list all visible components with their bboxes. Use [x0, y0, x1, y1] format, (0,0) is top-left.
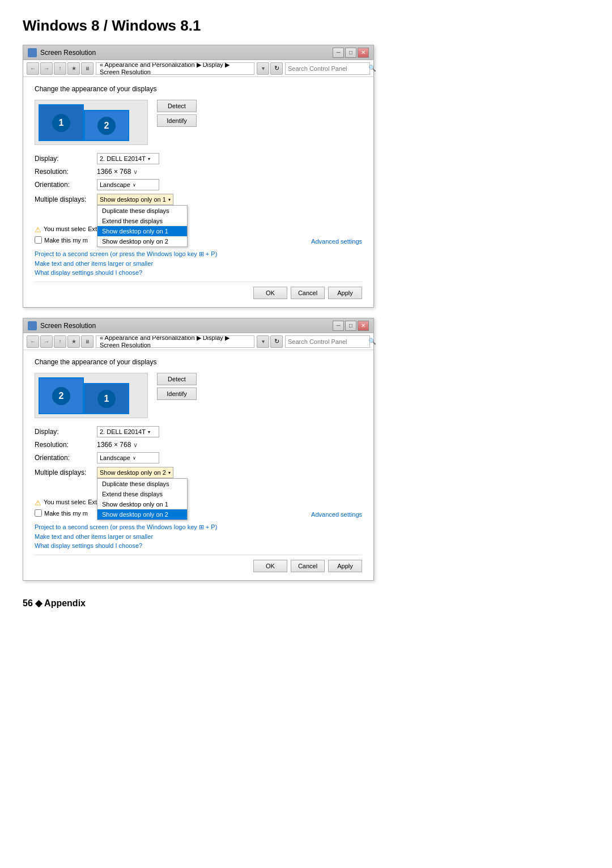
title-bar-buttons-2: ─ □ ✕ — [333, 321, 369, 331]
dropdown-item-1-4[interactable]: Show desktop only on 2 — [97, 236, 187, 246]
detect-button-2[interactable]: Detect — [157, 373, 197, 385]
bottom-buttons-2: OK Cancel Apply — [35, 555, 362, 572]
display-number-2-a: 2 — [52, 387, 70, 405]
display-field-2: Display: 2. DELL E2014T ▾ — [35, 426, 362, 437]
dropdown-menu-1: Duplicate these displays Extend these di… — [97, 205, 188, 247]
minimize-button-2[interactable]: ─ — [333, 321, 344, 331]
multiple-displays-field-2: Multiple displays: Show desktop only on … — [35, 467, 362, 478]
refresh-button-1[interactable]: ↻ — [270, 62, 283, 75]
links-section-1: Project to a second screen (or press the… — [35, 250, 362, 276]
forward-button-1[interactable]: → — [40, 62, 53, 75]
minimize-button-1[interactable]: ─ — [333, 48, 344, 58]
display-number-1-b: 2 — [97, 117, 116, 135]
apply-button-1[interactable]: Apply — [328, 287, 362, 299]
identify-button-2[interactable]: Identify — [157, 388, 197, 400]
link-2-3[interactable]: What display settings should I choose? — [35, 542, 362, 549]
display-box-2-a[interactable]: 2 — [39, 377, 84, 414]
link-1-1[interactable]: Project to a second screen (or press the… — [35, 250, 362, 258]
forward-button-2[interactable]: → — [40, 335, 53, 348]
window-content-1: Change the appearance of your displays 1… — [23, 77, 373, 307]
up-button-1[interactable]: ↑ — [54, 62, 66, 75]
title-bar-1: Screen Resolution ─ □ ✕ — [23, 45, 373, 60]
window-title-1: Screen Resolution — [40, 49, 96, 57]
cancel-button-1[interactable]: Cancel — [291, 287, 325, 299]
refresh-button-2[interactable]: ↻ — [270, 335, 283, 348]
search-box-1[interactable]: 🔍 — [285, 62, 370, 75]
cancel-button-2[interactable]: Cancel — [291, 560, 325, 572]
address-bar-2: ← → ↑ ★ 🖥 « Appearance and Personalizati… — [23, 333, 373, 350]
window-1: Screen Resolution ─ □ ✕ ← → ↑ ★ 🖥 « Appe… — [23, 45, 374, 308]
maximize-button-1[interactable]: □ — [345, 48, 356, 58]
home-icon-2: 🖥 — [81, 335, 94, 348]
up-button-2[interactable]: ↑ — [54, 335, 66, 348]
identify-button-1[interactable]: Identify — [157, 114, 197, 127]
dropdown-arrow-2[interactable]: ▾ — [257, 335, 269, 348]
search-icon-2: 🔍 — [368, 336, 376, 347]
breadcrumb-2: « Appearance and Personalization ▶ Displ… — [96, 335, 254, 348]
star-button-1[interactable]: ★ — [67, 62, 80, 75]
multiple-displays-label-1: Multiple displays: — [35, 195, 97, 203]
maximize-button-2[interactable]: □ — [345, 321, 356, 331]
dropdown-item-1-2[interactable]: Extend these displays — [97, 216, 187, 226]
checkbox-row-1: Make this my m — [35, 236, 88, 244]
dropdown-item-1-1[interactable]: Duplicate these displays — [97, 206, 187, 216]
display-field-1: Display: 2. DELL E2014T ▾ — [35, 153, 362, 164]
make-main-checkbox-2[interactable] — [35, 509, 42, 517]
orientation-dropdown-1[interactable]: Landscape ∨ — [97, 179, 159, 190]
back-button-1[interactable]: ← — [27, 62, 39, 75]
display-box-1-b[interactable]: 2 — [84, 110, 129, 141]
search-input-2[interactable] — [286, 338, 368, 345]
window-2: Screen Resolution ─ □ ✕ ← → ↑ ★ 🖥 « Appe… — [23, 318, 374, 581]
display-label-1: Display: — [35, 155, 97, 163]
close-button-2[interactable]: ✕ — [358, 321, 369, 331]
display-dropdown-1[interactable]: 2. DELL E2014T ▾ — [97, 153, 159, 164]
link-1-3[interactable]: What display settings should I choose? — [35, 269, 362, 276]
dropdown-item-2-4[interactable]: Show desktop only on 2 — [97, 509, 187, 520]
search-input-1[interactable] — [286, 65, 368, 72]
dropdown-item-2-3[interactable]: Show desktop only on 1 — [97, 499, 187, 509]
search-box-2[interactable]: 🔍 — [285, 335, 370, 348]
ok-button-1[interactable]: OK — [253, 287, 287, 299]
advanced-settings-link-1[interactable]: Advanced settings — [311, 238, 362, 245]
window-icon-2 — [28, 321, 37, 330]
multiple-displays-label-2: Multiple displays: — [35, 469, 97, 476]
section-heading-1: Change the appearance of your displays — [35, 85, 362, 93]
section-heading-2: Change the appearance of your displays — [35, 358, 362, 366]
star-button-2[interactable]: ★ — [67, 335, 80, 348]
link-1-2[interactable]: Make text and other items larger or smal… — [35, 260, 362, 267]
advanced-settings-link-2[interactable]: Advanced settings — [311, 511, 362, 518]
orientation-dropdown-2[interactable]: Landscape ∨ — [97, 452, 159, 463]
display-box-2-b[interactable]: 1 — [84, 383, 129, 414]
back-button-2[interactable]: ← — [27, 335, 39, 348]
window-content-2: Change the appearance of your displays 2… — [23, 350, 373, 580]
checkbox-label-2: Make this my m — [44, 510, 88, 517]
close-button-1[interactable]: ✕ — [358, 48, 369, 58]
dropdown-item-1-3[interactable]: Show desktop only on 1 — [97, 226, 187, 236]
search-icon-1: 🔍 — [368, 63, 376, 74]
display-box-1-a[interactable]: 1 — [39, 104, 84, 141]
warning-text-1: You must selec — [44, 225, 86, 232]
link-2-1[interactable]: Project to a second screen (or press the… — [35, 524, 362, 531]
dropdown-item-2-2[interactable]: Extend these displays — [97, 489, 187, 499]
multiple-displays-field-1: Multiple displays: Show desktop only on … — [35, 194, 362, 205]
link-2-2[interactable]: Make text and other items larger or smal… — [35, 533, 362, 540]
bottom-buttons-1: OK Cancel Apply — [35, 282, 362, 299]
multiple-displays-dropdown-2[interactable]: Show desktop only on 2 ▾ — [97, 467, 173, 478]
warning-row-1: ⚠ You must selec Extend these displays n… — [35, 225, 362, 234]
multiple-displays-dropdown-1[interactable]: Show desktop only on 1 ▾ — [97, 194, 173, 205]
apply-button-2[interactable]: Apply — [328, 560, 362, 572]
orientation-field-2: Orientation: Landscape ∨ — [35, 452, 362, 463]
make-main-checkbox-1[interactable] — [35, 236, 42, 244]
display-number-2-b: 1 — [97, 390, 116, 408]
display-label-2: Display: — [35, 428, 97, 436]
display-controls-1: Detect Identify — [157, 100, 197, 127]
footer-text: 56 ◆ Appendix — [23, 598, 86, 609]
display-dropdown-2[interactable]: 2. DELL E2014T ▾ — [97, 426, 159, 437]
dropdown-item-2-1[interactable]: Duplicate these displays — [97, 479, 187, 489]
detect-button-1[interactable]: Detect — [157, 100, 197, 112]
breadcrumb-1: « Appearance and Personalization ▶ Displ… — [96, 62, 254, 75]
dropdown-arrow-1[interactable]: ▾ — [257, 62, 269, 75]
ok-button-2[interactable]: OK — [253, 560, 287, 572]
orientation-field-1: Orientation: Landscape ∨ — [35, 179, 362, 190]
checkbox-row-2: Make this my m — [35, 509, 88, 517]
